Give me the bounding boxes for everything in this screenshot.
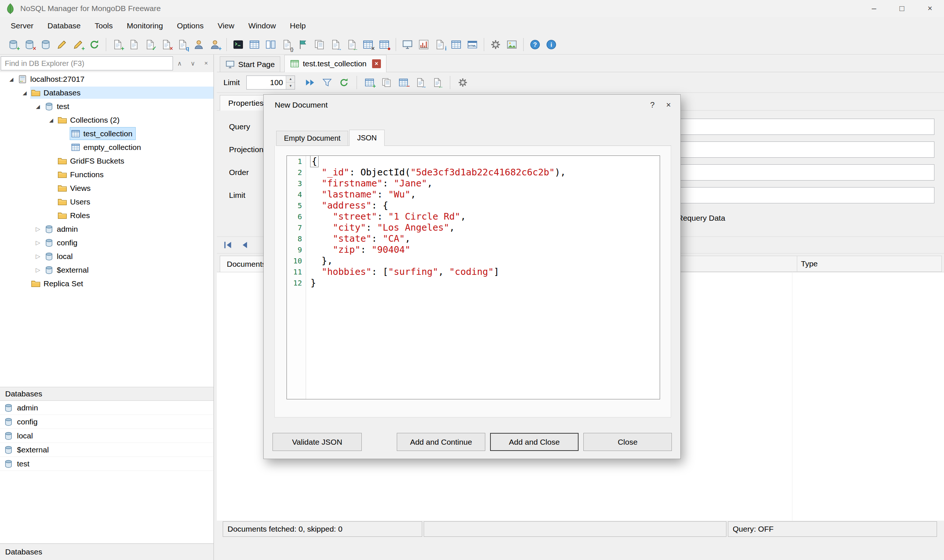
database-list-item-external[interactable]: $external xyxy=(0,443,213,457)
menu-window[interactable]: Window xyxy=(241,17,283,35)
export-documents-button[interactable]: → xyxy=(413,75,428,90)
tab-test-test-collection[interactable]: test.test_collection× xyxy=(284,55,386,72)
menu-options[interactable]: Options xyxy=(170,17,211,35)
tree-collapsed-expander-icon[interactable]: ▷ xyxy=(32,226,43,232)
about-button[interactable]: i xyxy=(543,37,559,53)
search-next-icon[interactable]: ∨ xyxy=(186,57,199,70)
delete-document-button[interactable]: × xyxy=(158,37,174,53)
validate-json-button[interactable]: Validate JSON xyxy=(273,433,362,451)
options-button[interactable] xyxy=(487,37,504,53)
limit-spinner[interactable]: 100 ▲ ▼ xyxy=(246,75,295,89)
dialog-tab-json[interactable]: JSON xyxy=(349,130,384,146)
tree-node-localhost-27017[interactable]: ◢localhost:27017 xyxy=(0,72,213,86)
help-button[interactable]: ? xyxy=(527,37,543,53)
tree-node-databases[interactable]: ◢Databases xyxy=(0,86,213,100)
html-report-button[interactable]: HTML xyxy=(464,37,480,53)
split-view-button[interactable] xyxy=(262,37,279,53)
tree-collapsed-expander-icon[interactable]: ▷ xyxy=(32,253,43,260)
json-editor[interactable]: 1{2 "_id": ObjectId("5de3cf3d1ab22c41682… xyxy=(287,155,660,399)
tree-expanded-expander-icon[interactable]: ◢ xyxy=(46,117,57,123)
tree-node-local[interactable]: ▷local xyxy=(0,249,213,263)
tab-close-icon[interactable]: × xyxy=(372,59,381,68)
mongo-shell-button[interactable] xyxy=(230,37,246,53)
tree-node-collections-2[interactable]: ◢Collections (2) xyxy=(0,113,213,127)
insert-document-button[interactable]: + xyxy=(362,75,377,90)
script-editor-button[interactable]: {} xyxy=(279,37,295,53)
menu-view[interactable]: View xyxy=(211,17,241,35)
tab-start-page[interactable]: Start Page xyxy=(220,56,280,72)
menu-tools[interactable]: Tools xyxy=(88,17,120,35)
tree-node-admin[interactable]: ▷admin xyxy=(0,222,213,236)
tree-node-config[interactable]: ▷config xyxy=(0,236,213,249)
refresh-explorer-button[interactable] xyxy=(86,37,102,53)
export-data-button[interactable]: → xyxy=(327,37,344,53)
tree-node-gridfs-buckets[interactable]: GridFS Buckets xyxy=(0,154,213,168)
tree-node-users[interactable]: Users xyxy=(0,195,213,209)
data-grid-button[interactable] xyxy=(246,37,262,53)
database-list-item-local[interactable]: local xyxy=(0,429,213,443)
open-document-button[interactable] xyxy=(126,37,142,53)
search-previous-icon[interactable]: ∧ xyxy=(173,57,186,70)
database-list-item-config[interactable]: config xyxy=(0,415,213,429)
panel-splitter[interactable] xyxy=(214,54,217,560)
limit-spin-down-icon[interactable]: ▼ xyxy=(286,83,295,89)
tree-expanded-expander-icon[interactable]: ◢ xyxy=(19,90,30,96)
duplicate-document-button[interactable] xyxy=(379,75,394,90)
aggregation-button[interactable]: ● xyxy=(376,37,392,53)
database-list-item-admin[interactable]: admin xyxy=(0,401,213,415)
server-status-button[interactable]: i xyxy=(432,37,448,53)
map-reduce-button[interactable]: × xyxy=(360,37,376,53)
image-tools-button[interactable] xyxy=(504,37,520,53)
grid-header-cell-type[interactable]: Type xyxy=(797,256,942,272)
copy-collection-button[interactable] xyxy=(311,37,327,53)
tree-node-test[interactable]: ◢test xyxy=(0,100,213,113)
tree-node-test-collection[interactable]: test_collection xyxy=(0,127,213,140)
connect-server-button[interactable]: + xyxy=(5,37,22,53)
db-explorer-search-input[interactable] xyxy=(1,56,173,70)
add-and-continue-button[interactable]: Add and Continue xyxy=(397,433,485,451)
linq-query-button[interactable]: q xyxy=(174,37,191,53)
previous-record-button[interactable] xyxy=(239,239,251,251)
menu-database[interactable]: Database xyxy=(40,17,88,35)
menu-help[interactable]: Help xyxy=(283,17,313,35)
add-and-close-button[interactable]: Add and Close xyxy=(490,433,578,451)
requery-button[interactable] xyxy=(336,75,352,90)
dialog-close-button[interactable]: × xyxy=(660,97,677,113)
limit-spin-up-icon[interactable]: ▲ xyxy=(286,76,295,83)
profiler-button[interactable] xyxy=(416,37,432,53)
search-close-icon[interactable]: × xyxy=(199,57,213,70)
users-button[interactable] xyxy=(191,37,207,53)
roles-button[interactable]: + xyxy=(207,37,223,53)
tree-collapsed-expander-icon[interactable]: ▷ xyxy=(32,266,43,273)
grid-options-button[interactable] xyxy=(455,75,470,90)
tree-node-views[interactable]: Views xyxy=(0,181,213,195)
maximize-button[interactable]: □ xyxy=(888,0,916,17)
disconnect-server-button[interactable]: × xyxy=(22,37,38,53)
bookmarks-button[interactable] xyxy=(295,37,311,53)
tree-node-replica-set[interactable]: Replica Set xyxy=(0,277,213,290)
close-button[interactable]: Close xyxy=(583,433,672,451)
new-connection-button[interactable]: + xyxy=(70,37,86,53)
tree-node-functions[interactable]: Functions xyxy=(0,168,213,181)
dialog-tab-empty-document[interactable]: Empty Document xyxy=(276,131,348,146)
server-registration-button[interactable] xyxy=(38,37,54,53)
import-data-button[interactable]: ← xyxy=(344,37,360,53)
tree-node-external[interactable]: ▷$external xyxy=(0,263,213,277)
monitoring-button[interactable] xyxy=(400,37,416,53)
minimize-button[interactable]: – xyxy=(860,0,888,17)
tree-node-empty-collection[interactable]: empty_collection xyxy=(0,140,213,154)
close-button[interactable]: × xyxy=(916,0,944,17)
save-document-button[interactable]: ✓ xyxy=(142,37,158,53)
import-documents-button[interactable]: ← xyxy=(430,75,445,90)
tree-collapsed-expander-icon[interactable]: ▷ xyxy=(32,239,43,246)
menu-server[interactable]: Server xyxy=(4,17,40,35)
dialog-help-button[interactable]: ? xyxy=(644,97,660,113)
delete-document-button[interactable]: − xyxy=(396,75,411,90)
tree-expanded-expander-icon[interactable]: ◢ xyxy=(32,103,43,109)
tree-node-roles[interactable]: Roles xyxy=(0,209,213,222)
filter-builder-button[interactable] xyxy=(319,75,335,90)
new-document-button[interactable]: + xyxy=(110,37,126,53)
execute-query-button[interactable] xyxy=(302,75,318,90)
database-list-item-test[interactable]: test xyxy=(0,457,213,471)
edit-connection-button[interactable] xyxy=(54,37,70,53)
